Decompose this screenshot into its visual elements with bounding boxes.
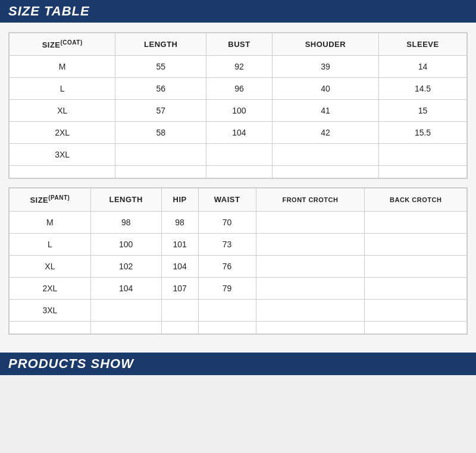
table-cell	[115, 144, 206, 166]
table-row	[10, 321, 467, 334]
table-cell	[90, 299, 161, 321]
table-cell: 56	[115, 78, 206, 100]
pant-col-waist: WAIST	[198, 188, 256, 211]
table-cell	[379, 166, 467, 178]
table-cell	[198, 299, 256, 321]
table-row: M989870	[10, 211, 467, 233]
table-cell: 104	[90, 277, 161, 299]
pant-col-front-crotch: FRONT CROTCH	[256, 188, 365, 211]
table-cell: 104	[206, 122, 273, 144]
table-cell	[198, 321, 256, 334]
table-cell: 40	[272, 78, 378, 100]
table-cell	[161, 321, 198, 334]
table-row: XL10210476	[10, 255, 467, 277]
pant-col-hip: HIP	[161, 188, 198, 211]
table-cell	[256, 255, 365, 277]
table-cell: 55	[115, 56, 206, 78]
table-row: 3XL	[10, 144, 467, 166]
table-row: M55923914	[10, 56, 467, 78]
table-cell	[10, 166, 115, 178]
table-cell	[256, 299, 365, 321]
table-cell: XL	[10, 100, 115, 122]
table-cell: M	[10, 211, 91, 233]
coat-col-bust: BUST	[206, 33, 273, 56]
pant-col-back-crotch: BACK CROTCH	[365, 188, 467, 211]
coat-table-wrapper: SIZE(COAT) LENGTH BUST SHOUDER SLEEVE M5…	[8, 32, 468, 179]
table-cell: 2XL	[10, 277, 91, 299]
pant-col-size: SIZE(PANT)	[10, 188, 91, 211]
table-cell: M	[10, 56, 115, 78]
table-cell	[256, 277, 365, 299]
table-cell: 14.5	[379, 78, 467, 100]
table-cell: 57	[115, 100, 206, 122]
table-cell	[206, 144, 273, 166]
table-cell	[256, 321, 365, 334]
table-cell: 79	[198, 277, 256, 299]
table-cell: 39	[272, 56, 378, 78]
table-cell: 102	[90, 255, 161, 277]
table-row: XL571004115	[10, 100, 467, 122]
table-cell	[365, 299, 467, 321]
table-cell: 101	[161, 233, 198, 255]
table-row: L10010173	[10, 233, 467, 255]
footer-title: PRODUCTS SHOW	[8, 356, 134, 372]
coat-table-header-row: SIZE(COAT) LENGTH BUST SHOUDER SLEEVE	[10, 33, 467, 56]
table-cell: 76	[198, 255, 256, 277]
table-cell: 73	[198, 233, 256, 255]
table-cell	[115, 166, 206, 178]
table-cell: 41	[272, 100, 378, 122]
table-cell	[256, 211, 365, 233]
coat-col-size: SIZE(COAT)	[10, 33, 115, 56]
table-cell	[365, 277, 467, 299]
table-row: 2XL10410779	[10, 277, 467, 299]
coat-col-shouder: SHOUDER	[272, 33, 378, 56]
table-cell: XL	[10, 255, 91, 277]
table-cell	[272, 144, 378, 166]
table-cell: 107	[161, 277, 198, 299]
table-cell	[90, 321, 161, 334]
coat-col-length: LENGTH	[115, 33, 206, 56]
table-cell: L	[10, 233, 91, 255]
table-cell	[365, 255, 467, 277]
table-cell: 92	[206, 56, 273, 78]
table-row: L56964014.5	[10, 78, 467, 100]
table-cell	[365, 233, 467, 255]
table-cell: 98	[90, 211, 161, 233]
table-cell: 42	[272, 122, 378, 144]
table-cell	[379, 144, 467, 166]
table-cell: 3XL	[10, 144, 115, 166]
table-cell	[206, 166, 273, 178]
table-cell	[365, 321, 467, 334]
table-cell	[256, 233, 365, 255]
table-row: 2XL581044215.5	[10, 122, 467, 144]
pant-table: SIZE(PANT) LENGTH HIP WAIST FRONT CROTCH…	[9, 188, 467, 334]
table-cell: 15.5	[379, 122, 467, 144]
table-cell: 100	[90, 233, 161, 255]
table-cell	[161, 299, 198, 321]
table-cell: 2XL	[10, 122, 115, 144]
table-cell: 104	[161, 255, 198, 277]
table-cell	[365, 211, 467, 233]
table-cell: 96	[206, 78, 273, 100]
page-title: SIZE TABLE	[8, 4, 90, 19]
table-cell: 70	[198, 211, 256, 233]
table-cell: 15	[379, 100, 467, 122]
pant-table-wrapper: SIZE(PANT) LENGTH HIP WAIST FRONT CROTCH…	[8, 187, 468, 334]
pant-col-length: LENGTH	[90, 188, 161, 211]
table-cell: 3XL	[10, 299, 91, 321]
table-cell: L	[10, 78, 115, 100]
table-cell: 14	[379, 56, 467, 78]
table-row	[10, 166, 467, 178]
table-cell	[10, 321, 91, 334]
content-area: SIZE(COAT) LENGTH BUST SHOUDER SLEEVE M5…	[0, 23, 476, 353]
coat-col-sleeve: SLEEVE	[379, 33, 467, 56]
table-row: 3XL	[10, 299, 467, 321]
footer-bar: PRODUCTS SHOW	[0, 353, 476, 375]
table-cell: 98	[161, 211, 198, 233]
table-cell: 58	[115, 122, 206, 144]
pant-table-header-row: SIZE(PANT) LENGTH HIP WAIST FRONT CROTCH…	[10, 188, 467, 211]
table-cell: 100	[206, 100, 273, 122]
table-cell	[272, 166, 378, 178]
header-bar: SIZE TABLE	[0, 0, 476, 23]
coat-table: SIZE(COAT) LENGTH BUST SHOUDER SLEEVE M5…	[9, 33, 467, 178]
